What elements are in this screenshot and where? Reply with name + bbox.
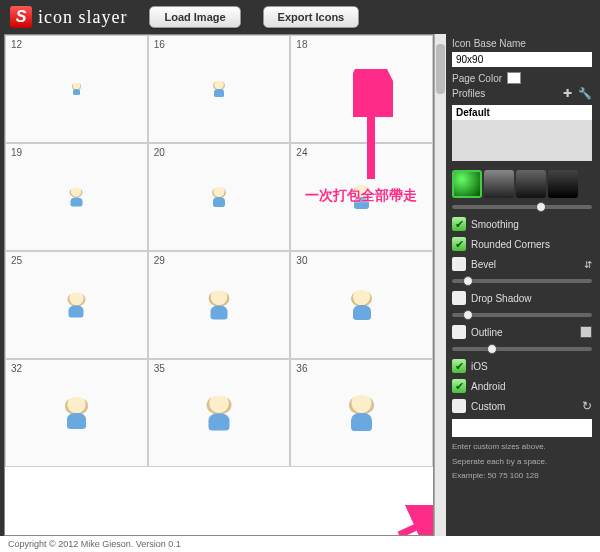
bg-swatch-1[interactable] bbox=[452, 170, 482, 198]
annotation-arrow-custom-icon bbox=[395, 505, 434, 536]
icon-cell[interactable]: 32 bbox=[5, 359, 148, 467]
cell-size-label: 19 bbox=[11, 147, 22, 158]
preview-icon bbox=[209, 187, 229, 207]
cell-size-label: 29 bbox=[154, 255, 165, 266]
profile-item-default[interactable]: Default bbox=[452, 105, 592, 120]
icon-cell[interactable]: 18 bbox=[290, 35, 433, 143]
export-icons-button[interactable]: Export Icons bbox=[263, 6, 360, 28]
custom-hint-3: Example: 50 75 100 128 bbox=[452, 471, 592, 481]
preview-icon bbox=[350, 185, 374, 209]
load-image-button[interactable]: Load Image bbox=[149, 6, 240, 28]
custom-sizes-input[interactable] bbox=[452, 419, 592, 437]
app-logo: S icon slayer bbox=[10, 6, 127, 28]
preview-icon bbox=[60, 397, 92, 429]
dropshadow-slider[interactable] bbox=[452, 313, 592, 317]
rounded-label: Rounded Corners bbox=[471, 239, 550, 250]
cell-size-label: 32 bbox=[11, 363, 22, 374]
android-label: Android bbox=[471, 381, 505, 392]
bevel-options-icon[interactable]: ⇵ bbox=[584, 259, 592, 270]
preview-icon bbox=[204, 291, 233, 320]
settings-icon[interactable]: 🔧 bbox=[578, 87, 592, 100]
cell-size-label: 36 bbox=[296, 363, 307, 374]
outline-slider[interactable] bbox=[452, 347, 592, 351]
bg-slider[interactable] bbox=[452, 205, 592, 209]
smoothing-label: Smoothing bbox=[471, 219, 519, 230]
outline-color-swatch[interactable] bbox=[580, 326, 592, 338]
icon-grid: 121618192024252930323536 一次打包全部帶走 可以自定義s… bbox=[4, 34, 434, 536]
preview-icon bbox=[344, 395, 380, 431]
preview-icon bbox=[67, 188, 86, 207]
svg-line-1 bbox=[399, 513, 434, 535]
profiles-list[interactable]: Default bbox=[452, 105, 592, 161]
footer-copyright: Copyright © 2012 Mike Gieson. Version 0.… bbox=[0, 536, 600, 552]
cell-size-label: 12 bbox=[11, 39, 22, 50]
preview-icon bbox=[347, 290, 377, 320]
icon-cell[interactable]: 20 bbox=[148, 143, 291, 251]
bg-swatch-3[interactable] bbox=[516, 170, 546, 198]
custom-hint-1: Enter custom sizes above. bbox=[452, 442, 592, 452]
icon-cell[interactable]: 25 bbox=[5, 251, 148, 359]
page-color-label: Page Color bbox=[452, 73, 502, 84]
android-checkbox[interactable]: ✔ bbox=[452, 379, 466, 393]
cell-size-label: 16 bbox=[154, 39, 165, 50]
custom-label: Custom bbox=[471, 401, 505, 412]
dropshadow-checkbox[interactable] bbox=[452, 291, 466, 305]
base-name-input[interactable] bbox=[452, 52, 592, 67]
cell-size-label: 25 bbox=[11, 255, 22, 266]
preview-icon bbox=[353, 80, 371, 98]
dropshadow-label: Drop Shadow bbox=[471, 293, 532, 304]
bevel-slider[interactable] bbox=[452, 279, 592, 283]
ios-checkbox[interactable]: ✔ bbox=[452, 359, 466, 373]
icon-cell[interactable]: 24 bbox=[290, 143, 433, 251]
cell-size-label: 20 bbox=[154, 147, 165, 158]
rounded-checkbox[interactable]: ✔ bbox=[452, 237, 466, 251]
cell-size-label: 30 bbox=[296, 255, 307, 266]
icon-cell[interactable]: 29 bbox=[148, 251, 291, 359]
grid-scrollbar[interactable] bbox=[434, 34, 446, 536]
cell-size-label: 24 bbox=[296, 147, 307, 158]
icon-cell[interactable]: 30 bbox=[290, 251, 433, 359]
preview-icon bbox=[64, 293, 89, 318]
page-color-swatch[interactable] bbox=[507, 72, 521, 84]
custom-refresh-icon[interactable]: ↻ bbox=[582, 399, 592, 413]
icon-cell[interactable]: 19 bbox=[5, 143, 148, 251]
smoothing-checkbox[interactable]: ✔ bbox=[452, 217, 466, 231]
preview-icon bbox=[201, 396, 236, 431]
header-bar: S icon slayer Load Image Export Icons bbox=[0, 0, 600, 34]
base-name-label: Icon Base Name bbox=[452, 38, 592, 49]
scrollbar-thumb[interactable] bbox=[436, 44, 445, 94]
icon-cell[interactable]: 36 bbox=[290, 359, 433, 467]
custom-checkbox[interactable] bbox=[452, 399, 466, 413]
logo-mark-icon: S bbox=[10, 6, 32, 28]
custom-hint-2: Seperate each by a space. bbox=[452, 457, 592, 467]
add-profile-icon[interactable]: ✚ bbox=[563, 87, 572, 100]
profiles-label: Profiles bbox=[452, 88, 485, 99]
outline-checkbox[interactable] bbox=[452, 325, 466, 339]
logo-text: icon slayer bbox=[38, 7, 127, 28]
background-swatches bbox=[452, 170, 592, 198]
outline-label: Outline bbox=[471, 327, 503, 338]
preview-icon bbox=[70, 83, 82, 95]
sidebar: Icon Base Name Page Color Profiles ✚ 🔧 D… bbox=[446, 34, 600, 536]
ios-label: iOS bbox=[471, 361, 488, 372]
cell-size-label: 35 bbox=[154, 363, 165, 374]
cell-size-label: 18 bbox=[296, 39, 307, 50]
icon-cell[interactable]: 12 bbox=[5, 35, 148, 143]
bevel-label: Bevel bbox=[471, 259, 496, 270]
bg-swatch-4[interactable] bbox=[548, 170, 578, 198]
preview-icon bbox=[211, 81, 227, 97]
bevel-checkbox[interactable] bbox=[452, 257, 466, 271]
icon-cell[interactable]: 16 bbox=[148, 35, 291, 143]
icon-cell[interactable]: 35 bbox=[148, 359, 291, 467]
bg-swatch-2[interactable] bbox=[484, 170, 514, 198]
